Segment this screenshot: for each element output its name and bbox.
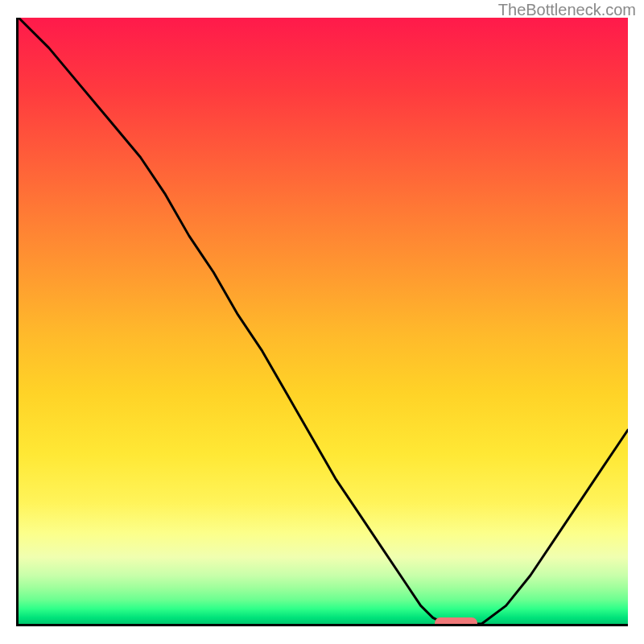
chart-curve [19,18,628,624]
chart-plot-area [16,18,628,626]
optimal-range-marker [435,617,477,626]
watermark-text: TheBottleneck.com [498,1,636,19]
